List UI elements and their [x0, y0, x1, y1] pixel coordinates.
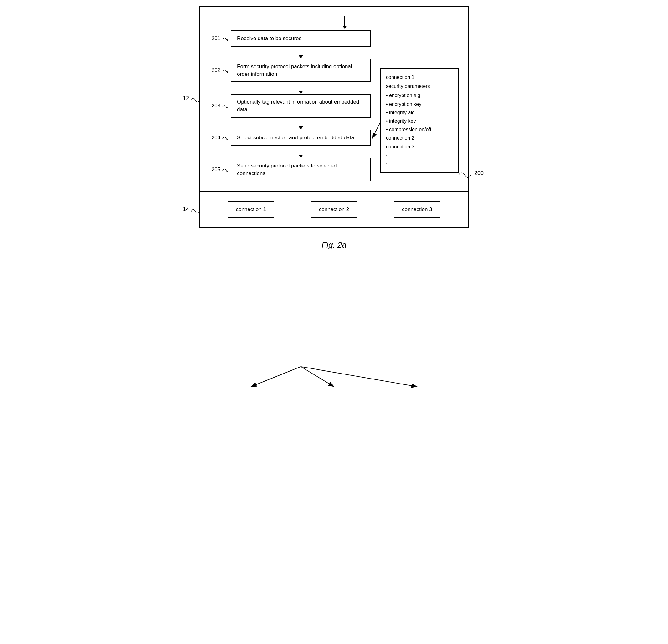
step-203-label: 203	[209, 103, 228, 109]
step-202-label: 202	[209, 67, 228, 74]
param-enc-alg: • encryption alg.	[386, 91, 453, 100]
step-205-box: Send security protocol packets to select…	[231, 158, 371, 182]
step-201-label: 201	[209, 35, 228, 42]
param-dot1: ·	[386, 151, 453, 159]
param-int-alg: • integrity alg.	[386, 108, 453, 117]
arrow-2-3	[209, 82, 371, 94]
flow-right: connection 1 security parameters • encry…	[377, 30, 459, 181]
arrow-3-4	[209, 118, 371, 130]
params-box: connection 1 security parameters • encry…	[380, 68, 459, 173]
label-14: 14	[183, 206, 200, 213]
arrow-4-5	[209, 146, 371, 158]
step-201-row: 201 Receive data to be secured	[209, 30, 371, 47]
step-205-row: 205 Send security protocol packets to se…	[209, 158, 371, 182]
param-conn2: connection 2	[386, 134, 453, 142]
flow-area: 201 Receive data to be secured	[209, 30, 459, 181]
figure-caption: Fig. 2a	[321, 240, 347, 250]
step-203-box: Optionally tag relevant information abou…	[231, 94, 371, 118]
param-enc-key: • encryption key	[386, 100, 453, 108]
bottom-arrows-svg	[199, 366, 469, 419]
step-201-box: Receive data to be secured	[231, 30, 371, 47]
flow-left: 201 Receive data to be secured	[209, 30, 371, 181]
step-202-box: Form security protocol packets including…	[231, 59, 371, 83]
svg-line-4	[301, 366, 334, 387]
entry-arrowhead	[343, 26, 347, 29]
svg-line-3	[251, 366, 301, 387]
step-204-row: 204 Select subconnection and protect emb…	[209, 130, 371, 146]
params-security-title: security parameters	[386, 82, 453, 90]
param-compression: • compression on/off	[386, 125, 453, 134]
top-entry-arrow	[231, 16, 459, 29]
diagram-wrapper: 200 12 201	[199, 6, 469, 228]
outer-box-200: 200 12 201	[199, 6, 469, 191]
connection-1-box: connection 1	[228, 201, 274, 218]
connection-3-box: connection 3	[394, 201, 440, 218]
connection-2-box: connection 2	[311, 201, 357, 218]
label-12: 12	[183, 95, 200, 102]
step-205-label: 205	[209, 167, 228, 173]
param-dot2: ·	[386, 159, 453, 168]
svg-line-5	[301, 366, 417, 387]
arrow-1-2	[209, 47, 371, 59]
step-204-box: Select subconnection and protect embedde…	[231, 130, 371, 146]
param-int-key: • integrity key	[386, 117, 453, 125]
page-container: 200 12 201	[193, 6, 475, 250]
step-203-row: 203 Optionally tag relevant information …	[209, 94, 371, 118]
bottom-box-14: 14 connection 1 connection 2 connection …	[199, 191, 469, 228]
param-conn3: connection 3	[386, 143, 453, 151]
bottom-area: 14 connection 1 connection 2 connection …	[199, 191, 469, 228]
label-200: 200	[457, 169, 484, 178]
step-202-row: 202 Form security protocol packets inclu…	[209, 59, 371, 83]
step-204-label: 204	[209, 135, 228, 141]
params-conn1-title: connection 1	[386, 73, 453, 81]
entry-line	[344, 16, 345, 26]
